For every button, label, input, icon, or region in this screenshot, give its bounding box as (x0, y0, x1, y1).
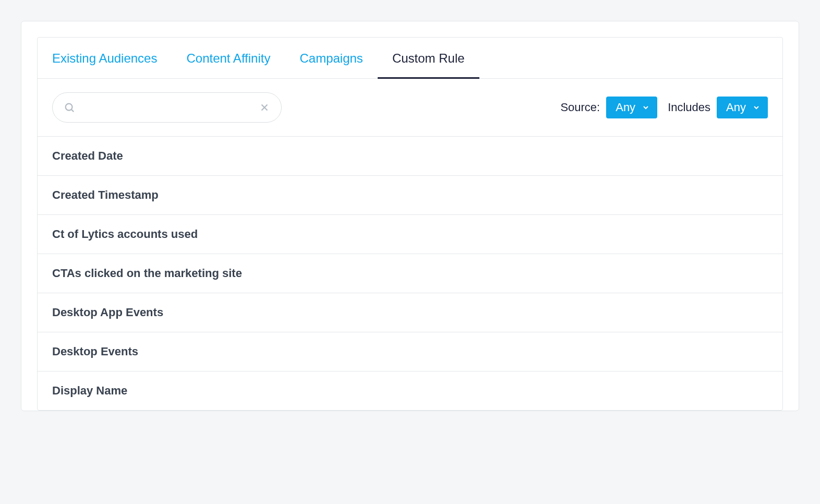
source-label: Source: (560, 101, 600, 114)
list-item[interactable]: CTAs clicked on the marketing site (38, 254, 782, 293)
source-filter: Source: Any (560, 97, 657, 118)
list-item-label: Ct of Lytics accounts used (52, 227, 198, 241)
includes-filter: Includes Any (668, 97, 768, 118)
tab-label: Custom Rule (392, 51, 465, 65)
rule-builder-card: Existing Audiences Content Affinity Camp… (37, 37, 783, 411)
includes-label: Includes (668, 101, 710, 114)
list-item-label: Created Date (52, 149, 123, 162)
tab-existing-audiences[interactable]: Existing Audiences (50, 38, 172, 79)
tab-campaigns[interactable]: Campaigns (285, 38, 377, 79)
list-item[interactable]: Created Timestamp (38, 176, 782, 215)
list-item-label: Desktop Events (52, 345, 138, 358)
list-item-label: Desktop App Events (52, 306, 163, 319)
includes-dropdown[interactable]: Any (717, 97, 768, 118)
list-item-label: Created Timestamp (52, 188, 159, 201)
tab-custom-rule[interactable]: Custom Rule (378, 38, 479, 79)
tabs: Existing Audiences Content Affinity Camp… (38, 38, 782, 79)
list-item[interactable]: Desktop Events (38, 332, 782, 371)
source-value: Any (616, 101, 635, 114)
chevron-down-icon (752, 103, 761, 112)
tab-label: Content Affinity (186, 51, 270, 65)
fields-list: Created Date Created Timestamp Ct of Lyt… (38, 137, 782, 410)
list-item-label: CTAs clicked on the marketing site (52, 267, 242, 280)
close-icon[interactable] (259, 102, 270, 113)
includes-value: Any (726, 101, 746, 114)
list-item[interactable]: Created Date (38, 137, 782, 176)
list-item[interactable]: Display Name (38, 371, 782, 410)
source-dropdown[interactable]: Any (606, 97, 657, 118)
list-item-label: Display Name (52, 384, 127, 397)
filters-row: Source: Any Includes Any (38, 79, 782, 137)
list-item[interactable]: Desktop App Events (38, 293, 782, 332)
tab-label: Campaigns (299, 51, 363, 65)
tab-label: Existing Audiences (52, 51, 157, 65)
list-item[interactable]: Ct of Lytics accounts used (38, 215, 782, 254)
chevron-down-icon (642, 103, 650, 112)
rule-builder-panel: Existing Audiences Content Affinity Camp… (21, 21, 799, 411)
search-input[interactable] (52, 92, 282, 123)
tab-content-affinity[interactable]: Content Affinity (172, 38, 285, 79)
search-wrap (52, 92, 282, 123)
